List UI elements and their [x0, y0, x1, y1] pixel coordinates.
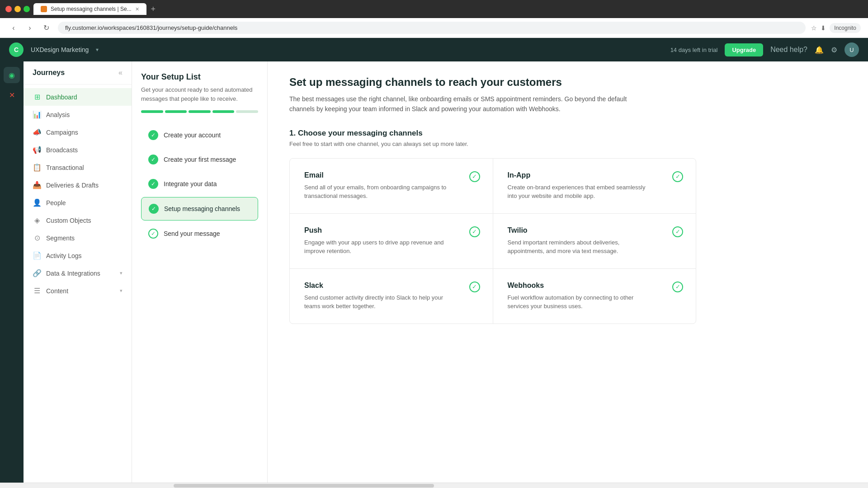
channel-desc-webhooks: Fuel workflow automation by connecting t… [508, 293, 652, 311]
new-tab-button[interactable]: + [148, 5, 159, 14]
setup-step-integrate-data[interactable]: ✓ Integrate your data [141, 173, 258, 195]
sidebar-item-label-campaigns: Campaigns [46, 129, 78, 136]
channel-card-push[interactable]: Push Engage with your app users to drive… [290, 214, 493, 268]
progress-seg-2 [165, 110, 187, 113]
sidebar-item-label-data-integrations: Data & Integrations [46, 270, 100, 277]
maximize-window-button[interactable] [24, 6, 30, 12]
channel-check-email: ✓ [469, 171, 480, 182]
sidebar-item-analysis[interactable]: 📊 Analysis [24, 106, 132, 123]
sidebar-item-label-segments: Segments [46, 235, 75, 242]
sidebar-item-segments[interactable]: ⊙ Segments [24, 229, 132, 247]
tab-icon [41, 6, 47, 12]
app-logo[interactable]: C [9, 42, 24, 57]
sidebar-item-label-custom-objects: Custom Objects [46, 217, 91, 224]
sidebar-item-label-dashboard: Dashboard [46, 94, 77, 101]
step-check-messaging-channels: ✓ [149, 204, 159, 214]
broadcasts-icon: 📢 [33, 145, 42, 154]
data-integrations-expand-icon: ▾ [120, 270, 123, 276]
minimize-window-button[interactable] [14, 6, 21, 12]
sidebar-item-deliveries-drafts[interactable]: 📥 Deliveries & Drafts [24, 176, 132, 194]
sidebar-item-people[interactable]: 👤 People [24, 194, 132, 211]
need-help-button[interactable]: Need help? [770, 46, 807, 54]
main-content: Set up messaging channels to reach your … [268, 61, 868, 483]
sidebar-item-label-analysis: Analysis [46, 111, 70, 118]
channel-desc-push: Engage with your app users to drive app … [304, 238, 449, 256]
channel-desc-slack: Send customer activity directly into Sla… [304, 293, 449, 311]
content-icon: ☰ [33, 286, 42, 295]
step-label-messaging-channels: Setup messaging channels [164, 205, 240, 212]
sidebar-item-label-activity-logs: Activity Logs [46, 252, 82, 259]
header-right: 14 days left in trial Upgrade Need help?… [670, 42, 859, 57]
people-icon: 👤 [33, 198, 42, 207]
tab-bar: Setup messaging channels | Se... ✕ + [33, 3, 863, 15]
channel-check-slack: ✓ [469, 282, 480, 292]
bottom-scrollbar[interactable] [0, 483, 868, 488]
channel-check-twilio: ✓ [672, 226, 683, 237]
sidebar-item-transactional[interactable]: 📋 Transactional [24, 159, 132, 176]
refresh-button[interactable]: ↻ [40, 22, 52, 34]
sidebar: Journeys « ⊞ Dashboard 📊 Analysis 📣 Camp… [24, 61, 132, 483]
sidebar-item-content[interactable]: ☰ Content ▾ [24, 282, 132, 300]
step-label-create-account: Create your account [164, 131, 221, 139]
incognito-badge: Incognito [830, 23, 861, 33]
bell-icon[interactable]: 🔔 [815, 46, 824, 54]
address-actions: ☆ ⬇ Incognito [811, 23, 861, 33]
channel-name-push: Push [304, 226, 478, 235]
workspace-chevron-icon: ▾ [96, 47, 99, 53]
channel-check-push: ✓ [469, 226, 480, 237]
avatar[interactable]: U [844, 42, 859, 57]
sidebar-collapse-button[interactable]: « [118, 69, 123, 77]
browser-controls [5, 6, 30, 12]
sidebar-item-label-content: Content [46, 287, 68, 295]
setup-panel: Your Setup List Get your account ready t… [132, 61, 268, 483]
forward-button[interactable]: › [24, 22, 36, 34]
browser-chrome: Setup messaging channels | Se... ✕ + [0, 0, 868, 18]
content-description: The best messages use the right channel,… [289, 94, 651, 114]
setup-step-messaging-channels[interactable]: ✓ Setup messaging channels [141, 197, 258, 221]
progress-seg-5 [236, 110, 258, 113]
upgrade-button[interactable]: Upgrade [725, 43, 763, 56]
bookmark-icon[interactable]: ☆ [811, 24, 817, 32]
close-window-button[interactable] [5, 6, 12, 12]
active-tab[interactable]: Setup messaging channels | Se... ✕ [33, 3, 146, 15]
progress-seg-4 [212, 110, 235, 113]
custom-objects-icon: ◈ [33, 216, 42, 225]
sidebar-item-data-integrations[interactable]: 🔗 Data & Integrations ▾ [24, 264, 132, 282]
sidebar-title: Journeys [33, 69, 65, 77]
close-icon-bar-item[interactable]: ✕ [4, 87, 20, 103]
sidebar-item-custom-objects[interactable]: ◈ Custom Objects [24, 211, 132, 229]
step-label-integrate-data: Integrate your data [164, 180, 217, 188]
sidebar-item-campaigns[interactable]: 📣 Campaigns [24, 123, 132, 141]
channel-card-email[interactable]: Email Send all of your emails, from onbo… [290, 159, 493, 213]
step-label-first-message: Create your first message [164, 156, 236, 163]
tab-close-button[interactable]: ✕ [135, 6, 139, 12]
sidebar-item-activity-logs[interactable]: 📄 Activity Logs [24, 247, 132, 264]
segments-icon: ⊙ [33, 234, 42, 242]
setup-step-first-message[interactable]: ✓ Create your first message [141, 148, 258, 171]
channel-card-twilio[interactable]: Twilio Send important reminders about de… [493, 214, 696, 268]
journeys-icon-bar-item[interactable]: ◉ [4, 67, 20, 83]
channel-name-slack: Slack [304, 282, 478, 290]
channel-check-webhooks: ✓ [672, 282, 683, 292]
download-icon[interactable]: ⬇ [821, 24, 826, 32]
analysis-icon: 📊 [33, 110, 42, 119]
sidebar-item-dashboard[interactable]: ⊞ Dashboard [24, 88, 132, 106]
back-button[interactable]: ‹ [7, 22, 20, 34]
setup-step-send-message[interactable]: ✓ Send your message [141, 222, 258, 245]
sidebar-item-label-broadcasts: Broadcasts [46, 146, 78, 154]
sidebar-item-broadcasts[interactable]: 📢 Broadcasts [24, 141, 132, 159]
sidebar-item-label-deliveries: Deliveries & Drafts [46, 182, 99, 189]
section-title-choose-channels: 1. Choose your messaging channels [289, 129, 846, 138]
channel-card-inapp[interactable]: In-App Create on-brand experiences that … [493, 159, 696, 213]
activity-logs-icon: 📄 [33, 251, 42, 260]
setup-list-description: Get your account ready to send automated… [141, 85, 258, 103]
content-title: Set up messaging channels to reach your … [289, 76, 846, 89]
deliveries-icon: 📥 [33, 181, 42, 189]
setup-step-create-account[interactable]: ✓ Create your account [141, 124, 258, 146]
settings-icon[interactable]: ⚙ [831, 46, 837, 54]
workspace-name[interactable]: UXDesign Marketing [31, 46, 89, 53]
channel-card-slack[interactable]: Slack Send customer activity directly in… [290, 269, 493, 324]
icon-bar: ◉ ✕ [0, 61, 24, 483]
url-input[interactable] [58, 22, 806, 34]
channel-card-webhooks[interactable]: Webhooks Fuel workflow automation by con… [493, 269, 696, 324]
